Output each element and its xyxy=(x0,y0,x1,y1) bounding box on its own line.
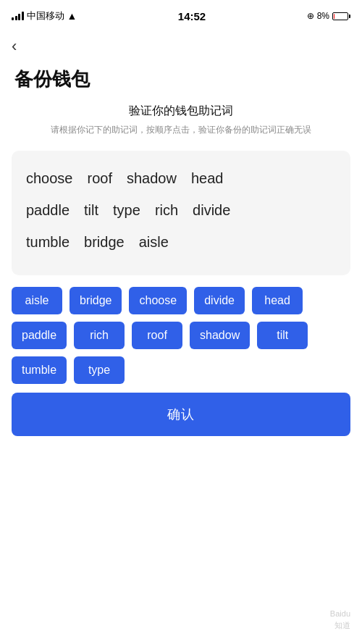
confirm-button-wrap: 确认 xyxy=(12,393,350,436)
display-word: tilt xyxy=(84,197,98,223)
display-word: aisle xyxy=(139,229,169,255)
section-desc: 请根据你记下的助记词，按顺序点击，验证你备份的助记词正确无误 xyxy=(14,123,348,136)
display-word: choose xyxy=(26,165,73,191)
word-button[interactable]: roof xyxy=(132,322,182,349)
watermark-line1: Baidu xyxy=(330,609,350,619)
section-header: 验证你的钱包助记词 请根据你记下的助记词，按顺序点击，验证你备份的助记词正确无误 xyxy=(0,104,362,142)
word-button[interactable]: divide xyxy=(194,287,245,314)
display-word: rich xyxy=(155,197,178,223)
word-display-row-3: tumblebridgeaisle xyxy=(26,229,336,255)
word-button[interactable]: choose xyxy=(129,287,187,314)
word-display-row-2: paddletilttyperichdivide xyxy=(26,197,336,223)
status-time: 14:52 xyxy=(178,10,206,22)
watermark: Baidu 知道 xyxy=(330,609,350,631)
word-display-row-1: chooseroofshadowhead xyxy=(26,165,336,191)
word-button[interactable]: rich xyxy=(74,322,125,349)
nav-bar: ‹ xyxy=(0,29,362,61)
display-word: roof xyxy=(88,165,112,191)
display-word: type xyxy=(113,197,140,223)
word-button[interactable]: head xyxy=(252,287,303,314)
display-word: head xyxy=(191,165,224,191)
word-grid: aislebridgechoosedivideheadpaddlerichroo… xyxy=(12,287,350,384)
display-word: tumble xyxy=(26,229,70,255)
word-button[interactable]: shadow xyxy=(190,322,250,349)
status-bar: 中国移动 ▲ 14:52 ⊕ 8% xyxy=(0,0,362,29)
back-button[interactable]: ‹ xyxy=(12,35,35,58)
confirm-button[interactable]: 确认 xyxy=(12,393,350,436)
word-display-box: chooseroofshadowhead paddletilttyperichd… xyxy=(12,151,350,275)
battery-circle-icon: ⊕ xyxy=(307,11,314,21)
battery-percent: 8% xyxy=(317,11,329,21)
word-button[interactable]: paddle xyxy=(12,322,67,349)
status-left: 中国移动 ▲ xyxy=(12,9,77,22)
signal-icon xyxy=(12,12,24,20)
wifi-icon: ▲ xyxy=(67,10,77,22)
carrier-label: 中国移动 xyxy=(27,9,64,22)
word-button[interactable]: bridge xyxy=(70,287,122,314)
display-word: bridge xyxy=(84,229,125,255)
word-button[interactable]: type xyxy=(74,356,125,384)
word-button[interactable]: aisle xyxy=(12,287,62,314)
word-button[interactable]: tumble xyxy=(12,356,67,384)
word-button[interactable]: tilt xyxy=(257,322,308,349)
display-word: divide xyxy=(193,197,230,223)
page-title: 备份钱包 xyxy=(0,61,362,104)
display-word: shadow xyxy=(127,165,177,191)
display-word: paddle xyxy=(26,197,70,223)
section-title: 验证你的钱包助记词 xyxy=(14,104,348,119)
status-right: ⊕ 8% xyxy=(307,11,350,21)
watermark-line2: 知道 xyxy=(330,620,350,631)
battery-icon xyxy=(332,12,350,20)
